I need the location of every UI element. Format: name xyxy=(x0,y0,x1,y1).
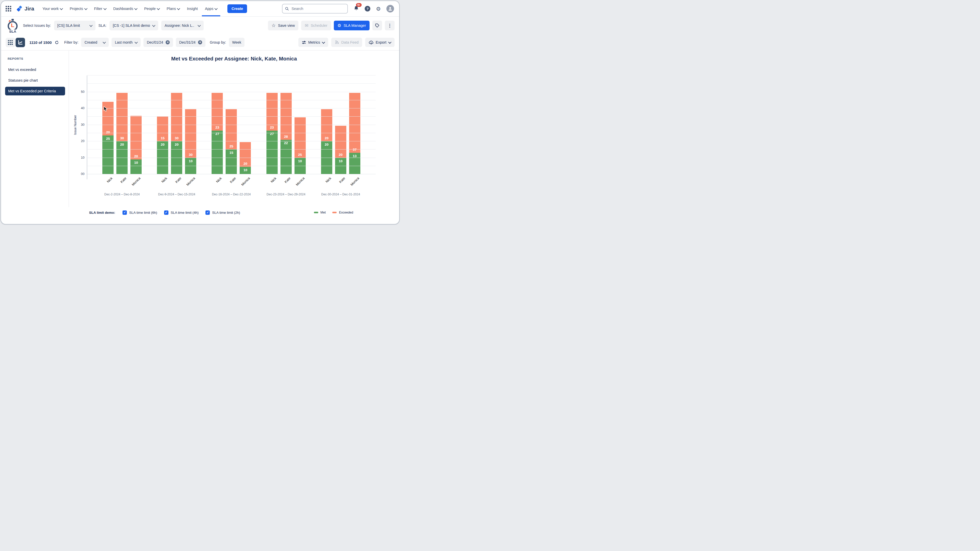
met-segment[interactable]: 20 xyxy=(321,141,332,174)
checkbox-icon[interactable]: ✓ xyxy=(205,210,210,215)
settings-icon[interactable]: ⚙ xyxy=(376,6,381,11)
menu-item-filter[interactable]: Filter xyxy=(91,1,109,16)
checkbox-icon[interactable]: ✓ xyxy=(123,210,127,215)
met-segment[interactable]: 20 xyxy=(157,141,168,174)
exceeded-segment[interactable]: 25 xyxy=(294,118,306,158)
sla-config-dropdown[interactable]: [CS -1] SLA limit demo xyxy=(110,21,158,30)
bar-category-label: Monica xyxy=(131,176,142,186)
stacked-bar-kate[interactable]: 3020Kate xyxy=(171,93,182,174)
menu-item-insight[interactable]: Insight xyxy=(184,1,201,16)
field-dropdown[interactable]: Created xyxy=(81,38,109,47)
avatar[interactable] xyxy=(387,5,394,13)
menu-item-apps[interactable]: Apps xyxy=(202,1,220,16)
issues-filter-dropdown[interactable]: [CS] SLA limit xyxy=(54,21,95,30)
exceeded-segment[interactable]: 15 xyxy=(157,117,168,141)
sla-checkbox-sla-time-limit-4h-[interactable]: ✓SLA time limit (4h) xyxy=(164,210,199,215)
met-segment[interactable]: 10 xyxy=(185,158,196,175)
data-feed-button[interactable]: Data Feed xyxy=(331,38,362,47)
exceeded-segment[interactable]: 23 xyxy=(266,93,278,130)
met-segment[interactable]: 20 xyxy=(171,141,182,174)
group-by-dropdown[interactable]: Week xyxy=(229,38,245,47)
sidebar-item-met-vs-exceeded-per-criteria[interactable]: Met vs Exceeded per Criteria xyxy=(5,87,65,95)
stacked-bar-kate[interactable]: 2822Kate xyxy=(280,93,292,174)
stacked-bar-kate[interactable]: 3020Kate xyxy=(116,93,127,174)
chevron-down-icon xyxy=(135,40,138,44)
tag-button[interactable] xyxy=(372,21,382,30)
app-switcher-icon[interactable] xyxy=(6,6,11,11)
exceeded-segment[interactable]: 23 xyxy=(212,93,223,130)
bar-category-label: Kate xyxy=(284,176,291,184)
exceeded-segment[interactable]: 20 xyxy=(240,142,251,167)
stacked-bar-nick[interactable]: 2327Nick xyxy=(212,93,223,174)
met-segment[interactable]: 13 xyxy=(349,153,360,174)
met-segment[interactable]: 27 xyxy=(266,130,278,174)
exceeded-value-label: 23 xyxy=(215,124,219,130)
met-segment[interactable]: 20 xyxy=(116,141,127,174)
help-icon: ? xyxy=(366,7,369,11)
metrics-button[interactable]: Metrics xyxy=(298,38,328,47)
chart-view-toggle[interactable] xyxy=(16,38,25,47)
sla-checkbox-sla-time-limit-6h-[interactable]: ✓SLA time limit (6h) xyxy=(123,210,157,215)
sla-checkbox-sla-time-limit-2h-[interactable]: ✓SLA time limit (2h) xyxy=(205,210,240,215)
met-segment[interactable]: 10 xyxy=(240,167,251,174)
met-segment[interactable]: 27 xyxy=(212,130,223,174)
met-value-label: 20 xyxy=(325,141,328,148)
exceeded-segment[interactable]: 37 xyxy=(349,93,360,153)
date-from-chip[interactable]: Dec/01/24 ✕ xyxy=(143,38,173,47)
app-window: Jira Your workProjectsFilterDashboardsPe… xyxy=(0,0,400,224)
close-icon[interactable]: ✕ xyxy=(165,40,170,44)
exceeded-segment[interactable]: 20 xyxy=(130,116,142,159)
exceeded-segment[interactable]: 20 xyxy=(321,109,332,141)
field-value: Created xyxy=(84,40,97,44)
checkbox-icon[interactable]: ✓ xyxy=(164,210,169,215)
help-button[interactable]: ? xyxy=(365,6,370,11)
chevron-down-icon xyxy=(215,6,218,10)
star-icon: ☆ xyxy=(272,23,275,28)
stacked-bar-nick[interactable]: 2025Nick xyxy=(102,102,114,174)
create-button[interactable]: Create xyxy=(228,4,247,13)
exceeded-value-label: 20 xyxy=(106,129,110,135)
more-options-button[interactable]: ⋮ xyxy=(385,21,395,30)
stacked-bar-monica[interactable]: 3713Monica xyxy=(349,93,360,174)
menu-item-projects[interactable]: Projects xyxy=(67,1,90,16)
save-view-label: Save view xyxy=(278,24,295,27)
search-input[interactable] xyxy=(291,6,345,11)
exceeded-segment[interactable]: 25 xyxy=(226,109,237,149)
menu-item-people[interactable]: People xyxy=(141,1,162,16)
date-to-chip[interactable]: Dec/31/24 ✕ xyxy=(176,38,205,47)
stacked-bar-monica[interactable]: 3010Monica xyxy=(185,109,196,174)
met-segment[interactable]: 10 xyxy=(294,158,306,175)
stacked-bar-nick[interactable]: 2020Nick xyxy=(321,109,332,174)
legend-swatch xyxy=(332,212,337,213)
sla-manager-button[interactable]: ⚙ SLA Manager xyxy=(334,21,369,30)
scheduler-button[interactable]: ✉ Scheduler xyxy=(301,21,331,30)
save-view-button[interactable]: ☆ Save view xyxy=(268,21,298,30)
stacked-bar-kate[interactable]: 2515Kate xyxy=(226,109,237,174)
close-icon[interactable]: ✕ xyxy=(198,40,202,44)
jira-logo[interactable]: Jira xyxy=(16,6,34,12)
menu-item-plans[interactable]: Plans xyxy=(164,1,183,16)
sidebar-list: Met vs exceededStatuses pie chartMet vs … xyxy=(5,65,65,95)
stacked-bar-nick[interactable]: 2327Nick xyxy=(266,93,278,174)
exceeded-segment[interactable]: 20 xyxy=(335,126,346,158)
met-segment[interactable]: 25 xyxy=(102,135,114,174)
met-segment[interactable]: 10 xyxy=(130,159,142,174)
menu-item-dashboards[interactable]: Dashboards xyxy=(110,1,140,16)
met-segment[interactable]: 10 xyxy=(335,158,346,175)
met-segment[interactable]: 22 xyxy=(280,140,292,174)
stacked-bar-monica[interactable]: 2010Monica xyxy=(240,142,251,174)
sidebar-item-met-vs-exceeded[interactable]: Met vs exceeded xyxy=(5,65,65,74)
search-box[interactable] xyxy=(282,4,348,14)
refresh-icon[interactable] xyxy=(55,40,59,44)
legend-item-exceeded: Exceeded xyxy=(332,211,353,214)
range-dropdown[interactable]: Last month xyxy=(111,38,141,47)
notifications-button[interactable]: 9+ xyxy=(353,5,359,12)
gridline xyxy=(87,83,375,84)
menu-item-label: Apps xyxy=(205,6,213,11)
table-view-toggle[interactable] xyxy=(6,38,15,47)
assignee-dropdown[interactable]: Assignee: Nick L.. xyxy=(161,21,204,30)
sidebar-item-statuses-pie-chart[interactable]: Statuses pie chart xyxy=(5,76,65,85)
export-button[interactable]: Export xyxy=(365,38,395,47)
met-segment[interactable]: 15 xyxy=(226,149,237,174)
menu-item-your-work[interactable]: Your work xyxy=(39,1,65,16)
